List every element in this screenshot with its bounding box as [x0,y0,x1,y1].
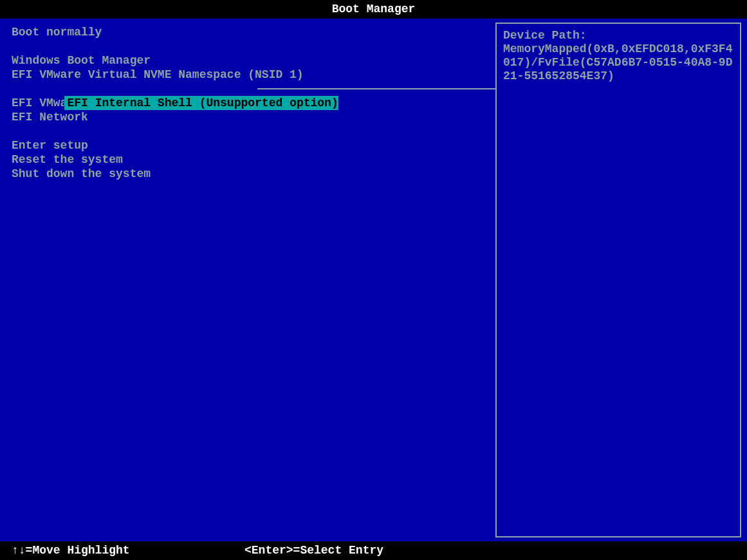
menu-spacer [12,39,495,53]
menu-item-shut-down[interactable]: Shut down the system [12,167,495,181]
page-title: Boot Manager [332,3,416,15]
key-hints-bar: ↑↓=Move Highlight <Enter>=Select Entry [0,541,747,560]
boot-menu[interactable]: Boot normally Windows Boot Manager EFI V… [0,19,495,541]
menu-item-boot-normally[interactable]: Boot normally [12,25,495,39]
device-path-heading: Device Path: [503,29,587,42]
device-info-panel: Device Path: MemoryMapped(0xB,0xEFDC018,… [495,23,741,537]
main-area: Boot normally Windows Boot Manager EFI V… [0,19,747,541]
menu-spacer [12,124,495,138]
hint-select-entry: <Enter>=Select Entry [244,541,383,560]
menu-item-nvme-nsid-1[interactable]: EFI VMware Virtual NVME Namespace (NSID … [12,68,495,82]
menu-item-efi-network[interactable]: EFI Network [12,110,495,124]
selection-divider-line [257,88,495,89]
menu-item-efi-internal-shell-label: EFI Internal Shell (Unsupported option) [64,96,338,110]
hint-move-highlight: ↑↓=Move Highlight [12,541,130,560]
device-path-value: MemoryMapped(0xB,0xEFDC018,0xF3F4017)/Fv… [503,42,732,82]
menu-item-windows-boot-manager[interactable]: Windows Boot Manager [12,53,495,68]
title-bar: Boot Manager [0,0,747,19]
boot-manager-screen: Boot Manager Boot normally Windows Boot … [0,0,747,560]
menu-item-reset-system[interactable]: Reset the system [12,153,495,167]
menu-item-enter-setup[interactable]: Enter setup [12,138,495,153]
menu-item-efi-internal-shell[interactable]: EFI Internal Shell (Unsupported option) [12,82,495,96]
